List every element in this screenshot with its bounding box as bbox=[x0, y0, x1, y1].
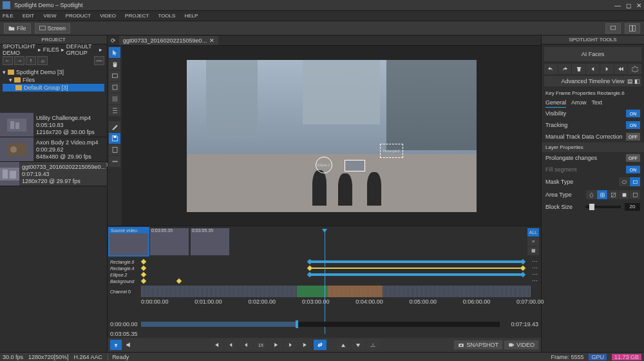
bars-tool[interactable] bbox=[109, 93, 120, 104]
play-button[interactable] bbox=[269, 340, 282, 350]
loop-button[interactable] bbox=[314, 340, 327, 350]
save-tool[interactable] bbox=[109, 133, 120, 144]
grid-view-button[interactable]: ▦ bbox=[527, 247, 539, 255]
tab-arrow[interactable]: Arrow bbox=[571, 98, 587, 108]
prev-kf-button[interactable] bbox=[586, 64, 600, 74]
tree-files[interactable]: ▾Files bbox=[3, 76, 104, 84]
menu-view[interactable]: VIEW bbox=[43, 13, 56, 19]
layer-thumb[interactable]: 0:03:05.35 bbox=[150, 228, 189, 255]
area-drop-button[interactable] bbox=[586, 190, 596, 199]
block-value[interactable]: 20 bbox=[625, 203, 640, 211]
advanced-timeline-button[interactable]: Advanced Timeline View ▤◧ bbox=[544, 76, 641, 86]
mark-out-button[interactable] bbox=[352, 340, 365, 350]
tab-text[interactable]: Text bbox=[592, 98, 603, 108]
visibility-toggle[interactable]: ON bbox=[626, 110, 640, 117]
maximize-button[interactable]: ◻ bbox=[626, 2, 631, 9]
track-menu-button[interactable]: ⋯ bbox=[531, 265, 538, 271]
nav-search-button[interactable]: ⌕ bbox=[37, 56, 48, 65]
crumb-group[interactable]: DEFAULT GROUP bbox=[66, 43, 97, 56]
crumb-root[interactable]: SPOTLIGHT DEMO bbox=[3, 43, 36, 56]
list-view-button[interactable]: ≡ bbox=[527, 237, 539, 246]
ellipse-overlay[interactable]: Ellipse.2 bbox=[316, 157, 332, 173]
atv-opt1-icon[interactable]: ▤ bbox=[627, 78, 633, 84]
layer-thumb[interactable]: 0:03:05.35 bbox=[191, 228, 229, 255]
clip-item[interactable]: Utility Challenge.mp40:05:10.831216x720 … bbox=[0, 113, 107, 137]
screen-button[interactable]: Screen bbox=[35, 23, 71, 34]
wand-tool[interactable] bbox=[109, 121, 120, 132]
rate-button[interactable]: 1X bbox=[254, 340, 267, 350]
track-menu-button[interactable]: ⋯ bbox=[531, 271, 538, 278]
split-button[interactable] bbox=[366, 340, 379, 350]
refresh-icon[interactable]: ⟳ bbox=[109, 36, 118, 45]
all-button[interactable]: ALL bbox=[527, 228, 539, 237]
block-slider[interactable] bbox=[585, 206, 621, 208]
monitor-button[interactable] bbox=[605, 23, 621, 34]
mask-rect-button[interactable] bbox=[630, 177, 640, 186]
hand-tool[interactable] bbox=[109, 59, 120, 70]
area-outline-button[interactable] bbox=[630, 190, 640, 199]
expand-button[interactable] bbox=[110, 340, 122, 350]
goto-start-button[interactable] bbox=[210, 340, 223, 350]
nav-up-button[interactable]: ↑ bbox=[26, 56, 36, 65]
nav-fwd-button[interactable]: → bbox=[14, 56, 24, 65]
menu-product[interactable]: PRODUCT bbox=[66, 13, 91, 19]
menu-help[interactable]: HELP bbox=[184, 13, 198, 19]
track-menu-button[interactable]: ⋯ bbox=[531, 259, 538, 265]
area-diag-button[interactable] bbox=[608, 190, 618, 199]
source-thumb[interactable]: Source video bbox=[109, 228, 148, 255]
ai-faces-button[interactable]: AI Faces bbox=[544, 47, 641, 61]
tracking-toggle[interactable]: ON bbox=[626, 121, 640, 129]
scrub-bar[interactable] bbox=[141, 322, 500, 327]
clip-item[interactable]: ggt00733_20160202215059e0...0:07:19.4312… bbox=[0, 162, 107, 186]
crumb-files[interactable]: FILES bbox=[43, 46, 59, 53]
tree-root[interactable]: ▾Spotlight Demo [3] bbox=[3, 68, 104, 76]
area-grid-button[interactable] bbox=[597, 190, 607, 199]
menu-video[interactable]: VIDEO bbox=[100, 13, 116, 19]
track-menu-button[interactable]: ⋯ bbox=[531, 278, 538, 284]
delete-button[interactable] bbox=[572, 64, 585, 74]
mark-in-button[interactable] bbox=[337, 340, 350, 350]
dots-tool[interactable] bbox=[109, 156, 120, 167]
video-button[interactable]: VIDEO bbox=[504, 340, 538, 349]
menu-file[interactable]: FILE bbox=[3, 13, 14, 19]
fill-toggle[interactable]: ON bbox=[626, 166, 640, 173]
area-solid-button[interactable] bbox=[619, 190, 629, 199]
close-button[interactable]: ✕ bbox=[636, 2, 641, 9]
manual-toggle[interactable]: OFF bbox=[626, 133, 640, 141]
menu-tools[interactable]: TOOLS bbox=[158, 13, 175, 19]
snapshot-button[interactable]: SNAPSHOT bbox=[454, 340, 502, 349]
rect-tool[interactable] bbox=[109, 70, 120, 81]
prev-frame-button[interactable] bbox=[225, 340, 238, 350]
menu-edit[interactable]: EDIT bbox=[23, 13, 34, 19]
step-fwd-button[interactable] bbox=[284, 340, 297, 350]
square-tool[interactable] bbox=[109, 82, 120, 93]
note-tool[interactable] bbox=[109, 144, 120, 155]
mask-ellipse-button[interactable] bbox=[619, 177, 629, 186]
rect2-overlay[interactable]: Rectangle.6 bbox=[380, 144, 403, 158]
editor-tab[interactable]: ggt00733_20160202215059e0... ✕ bbox=[119, 36, 218, 45]
settings-button[interactable] bbox=[628, 64, 641, 74]
file-button[interactable]: File bbox=[4, 23, 31, 34]
tab-general[interactable]: General bbox=[545, 98, 566, 108]
menu-project[interactable]: PROJECT bbox=[125, 13, 149, 19]
minimize-button[interactable]: — bbox=[614, 2, 621, 9]
next-kf-button[interactable] bbox=[600, 64, 614, 74]
pointer-tool[interactable] bbox=[109, 47, 120, 58]
atv-opt2-icon[interactable]: ◧ bbox=[634, 78, 640, 84]
prolongate-toggle[interactable]: OFF bbox=[626, 154, 640, 162]
goto-end-button[interactable] bbox=[299, 340, 312, 350]
vlines-tool[interactable] bbox=[109, 105, 120, 116]
playhead[interactable] bbox=[325, 231, 325, 334]
nav-back-button[interactable]: ← bbox=[3, 56, 13, 65]
layout-button[interactable] bbox=[625, 23, 640, 34]
video-viewport[interactable]: Ellipse.2 Rectangle.6 bbox=[122, 46, 541, 226]
sound-button[interactable] bbox=[124, 340, 135, 350]
redo-button[interactable] bbox=[558, 64, 572, 74]
nav-collapse-button[interactable]: — bbox=[94, 56, 104, 65]
rect-overlay[interactable] bbox=[345, 160, 365, 171]
tab-close-button[interactable]: ✕ bbox=[209, 37, 214, 44]
rewind-button[interactable] bbox=[614, 64, 628, 74]
undo-button[interactable] bbox=[544, 64, 558, 74]
step-back-button[interactable] bbox=[240, 340, 252, 350]
clip-item[interactable]: Axon Body 2 Video.mp40:00:29.62848x480 @… bbox=[0, 137, 107, 162]
